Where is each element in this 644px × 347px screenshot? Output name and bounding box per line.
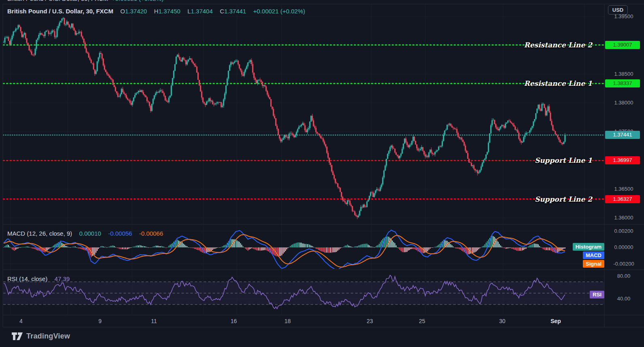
level-price-label: 1.39007 xyxy=(605,41,640,49)
time-axis-label: 16 xyxy=(222,318,246,324)
rsi-value: 47.39 xyxy=(55,275,70,282)
histogram-series-label: Histogram xyxy=(573,243,604,251)
time-axis-label: 23 xyxy=(358,318,382,324)
chart-canvas[interactable] xyxy=(0,0,644,347)
time-axis-label: 11 xyxy=(142,318,166,324)
price-legend: British Pound / U.S. Dollar, 30, FXCM O1… xyxy=(7,8,305,15)
signal-series-label: Signal xyxy=(583,260,604,268)
support-line-label[interactable]: Support Line 2 xyxy=(471,195,592,204)
time-axis-label: 25 xyxy=(410,318,434,324)
close-label: C xyxy=(220,8,224,15)
macd-legend: MACD (12, 26, close, 9) 0.00010 -0.00056… xyxy=(7,230,163,237)
price-axis-tick: 1.36500 xyxy=(604,185,643,193)
open-label: O xyxy=(120,8,125,15)
price-axis-tick: 1.38000 xyxy=(604,99,643,106)
open-value: 1.37420 xyxy=(125,8,147,15)
rsi-axis-tick: 40.00 xyxy=(604,295,643,302)
close-value: 1.37441 xyxy=(224,8,246,15)
macd-signal-value: -0.00066 xyxy=(139,230,163,237)
low-value: 1.37404 xyxy=(191,8,213,15)
resistance-line-label[interactable]: Resistance Line 2 xyxy=(471,40,592,49)
time-axis-label: 18 xyxy=(275,318,300,324)
last-price-label: 1.37441 xyxy=(605,131,640,139)
macd-title[interactable]: MACD (12, 26, close, 9) xyxy=(7,230,72,237)
rsi-legend: RSI (14, close) 47.39 xyxy=(7,275,70,282)
resistance-line-label[interactable]: Resistance Line 1 xyxy=(471,79,592,88)
low-label: L xyxy=(188,8,191,15)
macd-axis-tick: 0.00200 xyxy=(604,228,643,235)
macd-axis-tick: 0.00000 xyxy=(604,244,643,251)
high-label: H xyxy=(154,8,158,15)
macd-hist-value: 0.00010 xyxy=(79,230,101,237)
time-axis-label: 30 xyxy=(490,318,514,324)
price-axis-tick: 1.38500 xyxy=(604,70,643,78)
change-value: +0.00021 (+0.02%) xyxy=(253,8,305,15)
tradingview-chart-app: British Pound / U.S. Dollar, 30, FXCM +0… xyxy=(0,0,644,347)
high-value: 1.37450 xyxy=(158,8,180,15)
time-axis-label: Sep xyxy=(544,318,568,324)
rsi-axis-tick: 80.00 xyxy=(604,272,643,280)
rsi-title[interactable]: RSI (14, close) xyxy=(7,275,47,282)
level-price-label: 1.38337 xyxy=(605,79,640,87)
macd-series-label: MACD xyxy=(583,251,604,259)
support-line-label[interactable]: Support Line 1 xyxy=(471,156,592,165)
level-price-label: 1.36327 xyxy=(605,195,640,203)
macd-line-value: -0.00056 xyxy=(108,230,132,237)
rsi-series-label: RSI xyxy=(590,291,604,298)
price-axis-tick: 1.36000 xyxy=(604,214,643,221)
symbol-title[interactable]: British Pound / U.S. Dollar, 30, FXCM xyxy=(7,8,113,15)
time-axis-label: 9 xyxy=(88,318,112,324)
level-price-label: 1.36997 xyxy=(605,156,640,164)
time-axis-label: 4 xyxy=(9,318,33,324)
currency-toggle-button[interactable]: USD xyxy=(608,5,628,15)
macd-axis-tick: -0.00200 xyxy=(604,260,643,268)
